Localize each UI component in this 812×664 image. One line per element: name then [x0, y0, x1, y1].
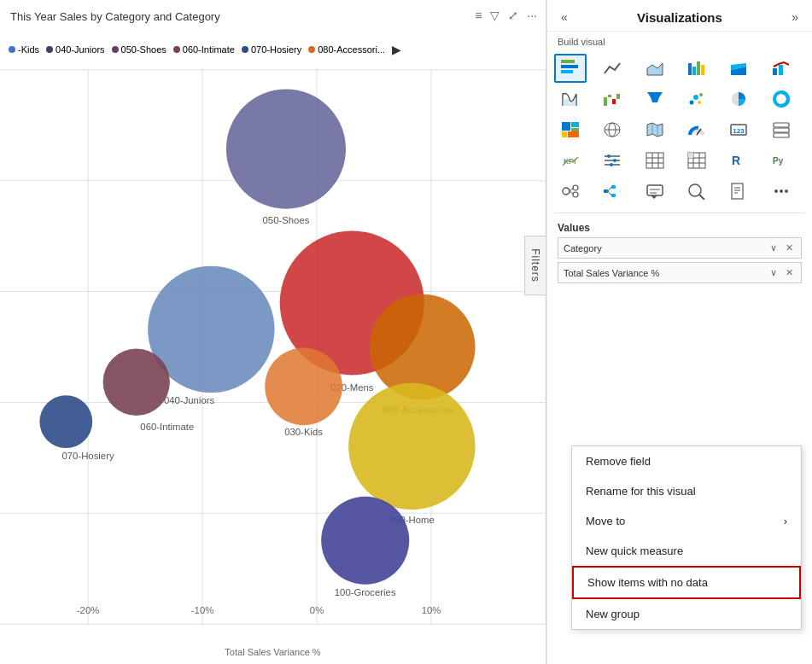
svg-rect-31 [701, 65, 704, 75]
viz-ribbon-button[interactable] [554, 84, 587, 114]
filter-icon[interactable]: ▽ [488, 7, 501, 24]
chart-title: This Year Sales by Category and Category [10, 10, 220, 23]
values-field-2-close[interactable]: ✕ [783, 266, 796, 279]
svg-rect-29 [692, 67, 696, 75]
viz-qa-button[interactable] [681, 177, 713, 206]
svg-text:0%: 0% [310, 605, 324, 615]
svg-line-91 [608, 191, 611, 195]
viz-kpi-button[interactable]: KPI [554, 146, 587, 175]
viz-scatter-button[interactable] [681, 84, 713, 114]
viz-paginated-button[interactable] [722, 177, 755, 206]
more-options-icon[interactable]: ··· [525, 7, 539, 24]
viz-treemap-button[interactable] [554, 115, 587, 144]
viz-table-button[interactable] [639, 146, 671, 175]
svg-text:070-Hosiery: 070-Hosiery [62, 451, 114, 461]
svg-text:Py: Py [773, 156, 784, 166]
svg-point-43 [699, 93, 703, 96]
svg-rect-48 [562, 122, 570, 131]
svg-rect-92 [647, 185, 663, 195]
viz-funnel-button[interactable] [639, 84, 671, 114]
viz-more-button[interactable] [765, 177, 797, 206]
viz-waterfall-button[interactable] [596, 84, 628, 114]
svg-rect-89 [611, 194, 616, 197]
values-field-1: Category ∨ ✕ [558, 237, 802, 259]
viz-python-button[interactable]: Py [765, 146, 797, 175]
expand-panel-button[interactable]: » [788, 9, 802, 26]
legend-item-intimate: 060-Intimate [173, 44, 235, 55]
values-field-1-chevron-down[interactable]: ∨ [768, 242, 780, 254]
svg-text:030-Kids: 030-Kids [284, 427, 323, 437]
context-menu-rename-label: Rename for this visual [586, 485, 696, 498]
bubble-accessories[interactable] [370, 294, 476, 400]
svg-text:10%: 10% [422, 605, 441, 615]
viz-card-button[interactable]: 123 [722, 115, 755, 144]
viz-slicer-button[interactable] [596, 146, 628, 175]
bubble-groceries[interactable] [321, 497, 409, 585]
svg-point-102 [774, 189, 778, 193]
viz-donut-button[interactable] [765, 84, 797, 114]
bubble-home[interactable] [348, 383, 475, 510]
svg-text:123: 123 [733, 127, 745, 135]
values-field-2-text: Total Sales Variance % [564, 268, 659, 278]
context-menu-remove-field[interactable]: Remove field [572, 446, 801, 476]
context-menu-show-items[interactable]: Show items with no data [572, 566, 801, 599]
bubble-intimate[interactable] [103, 349, 170, 416]
viz-clustered-bar-button[interactable] [681, 54, 713, 83]
values-field-2-chevron-down[interactable]: ∨ [768, 266, 780, 279]
values-field-2: Total Sales Variance % ∨ ✕ [558, 262, 802, 283]
viz-filled-map-button[interactable] [639, 115, 671, 144]
viz-gauge-button[interactable] [681, 115, 713, 144]
context-menu-remove-field-label: Remove field [586, 455, 651, 468]
svg-text:050-Shoes: 050-Shoes [263, 215, 310, 225]
legend-label-juniors: 040-Juniors [55, 44, 104, 55]
panel-collapse-nav: « [558, 9, 571, 26]
expand-icon[interactable]: ⤢ [506, 7, 520, 24]
values-field-2-actions: ∨ ✕ [768, 266, 796, 279]
svg-rect-60 [774, 128, 789, 132]
context-menu-new-group[interactable]: New group [572, 599, 801, 629]
bubble-shoes[interactable] [226, 90, 346, 209]
values-field-1-close[interactable]: ✕ [783, 242, 796, 254]
legend-dot-shoes [112, 46, 119, 53]
legend-more-button[interactable]: ▶ [392, 43, 401, 56]
legend-item-kids: -Kids [9, 44, 39, 55]
svg-point-66 [607, 154, 610, 158]
svg-rect-25 [561, 70, 573, 73]
legend-label-hosiery: 070-Hosiery [251, 44, 301, 55]
svg-text:100-Groceries: 100-Groceries [335, 587, 396, 597]
svg-marker-95 [651, 195, 657, 199]
viz-divider [554, 213, 805, 213]
filters-tab[interactable]: Filters [524, 236, 546, 295]
values-field-1-text: Category [564, 243, 602, 253]
collapse-panel-button[interactable]: « [558, 9, 571, 26]
svg-rect-38 [612, 99, 616, 104]
viz-pie-button[interactable] [722, 84, 755, 114]
hamburger-icon[interactable]: ≡ [473, 7, 483, 24]
viz-line-clustered-button[interactable] [765, 54, 797, 83]
bubble-hosiery[interactable] [39, 395, 92, 448]
svg-point-44 [698, 101, 701, 104]
legend-dot-kids [9, 46, 15, 53]
viz-decomp-tree-button[interactable] [596, 177, 628, 206]
svg-rect-69 [646, 153, 663, 168]
viz-stacked-bar-button[interactable] [554, 54, 587, 83]
svg-point-82 [563, 188, 570, 195]
viz-multirow-card-button[interactable] [765, 115, 797, 144]
context-menu-rename[interactable]: Rename for this visual [572, 476, 801, 506]
svg-point-42 [693, 95, 698, 100]
legend-label-accessories: 080-Accessori... [318, 44, 385, 55]
context-menu-quick-measure[interactable]: New quick measure [572, 536, 801, 566]
viz-matrix-button[interactable] [681, 146, 713, 175]
context-menu-move-to[interactable]: Move to › [572, 506, 801, 536]
viz-line-button[interactable] [596, 54, 628, 83]
viz-smart-narrative-button[interactable] [639, 177, 671, 206]
viz-area-button[interactable] [639, 54, 671, 83]
viz-map-button[interactable] [596, 115, 628, 144]
bubble-kids[interactable] [265, 348, 342, 426]
context-menu-move-to-label: Move to [586, 515, 625, 527]
viz-stacked-area-button[interactable] [722, 54, 755, 83]
viz-key-influencers-button[interactable] [554, 177, 587, 206]
viz-r-button[interactable]: R [722, 146, 755, 175]
panel-header: « Visualizations » [547, 0, 812, 32]
legend-item-hosiery: 070-Hosiery [242, 44, 301, 55]
